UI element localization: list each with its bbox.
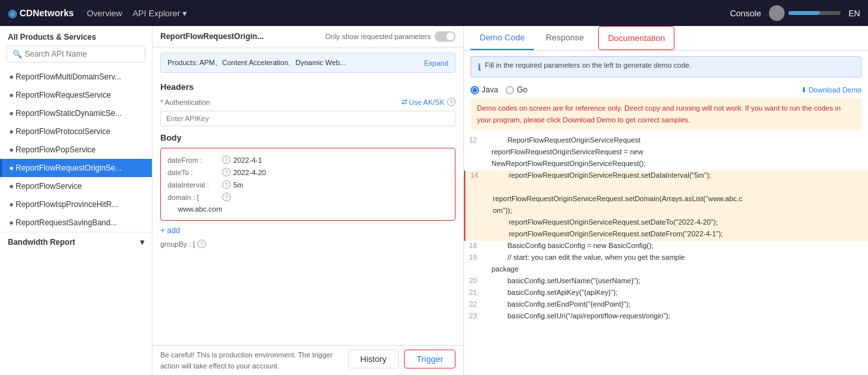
sidebar-item-0[interactable]: ReportFlowMultiDomainServ... <box>0 68 152 86</box>
code-text: om")); <box>485 206 868 217</box>
datainterval-value: 5m <box>233 181 243 189</box>
lang-switch[interactable]: EN <box>848 8 860 18</box>
tab-response[interactable]: Response <box>536 26 593 50</box>
code-line-18: 18 BasicConfig basicConfig = new BasicCo… <box>464 241 868 253</box>
line-num <box>464 148 484 158</box>
sidebar-item-8[interactable]: ReportRequestSavingBand... <box>0 214 152 232</box>
download-demo-label: Download Demo <box>809 86 861 94</box>
sidebar-item-label: ReportFlowRequestOriginSe... <box>16 163 122 173</box>
lang-options: Java Go <box>470 85 527 94</box>
code-line-cont1: reportFlowRequestOriginServiceRequest = … <box>464 147 868 159</box>
code-area[interactable]: 12 ReportFlowRequestOriginServiceRequest… <box>464 133 868 375</box>
bandwidth-report-section[interactable]: Bandwidth Report ▾ <box>0 232 152 252</box>
toggle-knob <box>446 33 454 40</box>
nav-api-explorer[interactable]: API Explorer ▾ <box>132 8 187 18</box>
sidebar-search-box[interactable]: 🔍 <box>7 46 145 62</box>
sidebar-item-2[interactable]: ReportFlowStaticDynamicSe... <box>0 104 152 122</box>
sidebar-item-7[interactable]: ReportFlowIspProvinceHitR... <box>0 195 152 214</box>
line-num <box>465 230 485 240</box>
code-text: reportFlowRequestOriginServiceRequest.se… <box>485 230 868 240</box>
brand-icon: ◉ <box>8 7 17 20</box>
dot-icon <box>10 94 13 97</box>
line-num <box>465 195 485 205</box>
code-text: basicConfig.setApiKey("{apiKey}"); <box>484 288 868 299</box>
go-radio[interactable] <box>506 86 514 94</box>
add-button[interactable]: + add <box>152 223 463 238</box>
dot-icon <box>10 167 13 170</box>
download-icon: ⬇ <box>801 86 807 94</box>
lang-row: Java Go ⬇ Download Demo <box>464 83 868 98</box>
apikey-input[interactable] <box>160 111 456 126</box>
dateto-value: 2022-4-20 <box>233 169 266 176</box>
tab-demo-code[interactable]: Demo Code <box>470 26 534 50</box>
code-line-h4: reportFlowRequestOriginServiceRequest.se… <box>464 217 868 229</box>
search-input[interactable] <box>25 49 139 59</box>
code-text: BasicConfig basicConfig = new BasicConfi… <box>484 242 868 252</box>
use-aksk-button[interactable]: ⇄ Use AK/SK <box>401 98 444 106</box>
code-text: basicConfig.setEndPoint("{endPoint}"); <box>484 300 868 311</box>
line-num <box>465 206 485 217</box>
auth-help-icon[interactable]: ? <box>447 98 456 106</box>
code-text: basicConfig.setUserName("{userName}"); <box>484 277 868 287</box>
dot-icon <box>10 221 13 225</box>
domain-row: domain : [ ? <box>167 191 448 203</box>
auth-input-row <box>160 111 456 126</box>
trigger-button[interactable]: Trigger <box>404 350 456 368</box>
download-demo-button[interactable]: ⬇ Download Demo <box>801 86 861 94</box>
console-label[interactable]: Console <box>730 8 761 18</box>
avatar <box>769 5 785 21</box>
tab-documentation[interactable]: Documentation <box>598 26 674 50</box>
dot-icon <box>10 112 13 115</box>
sidebar-item-1[interactable]: ReportFlowRequestService <box>0 86 152 104</box>
code-text: NewReportFlowRequestOriginServiceRequest… <box>484 160 868 170</box>
line-num: 22 <box>464 300 484 311</box>
line-num <box>464 265 484 275</box>
dateto-help-icon[interactable]: ? <box>222 168 231 176</box>
dot-icon <box>10 130 13 133</box>
dot-icon <box>10 76 13 79</box>
lang-go[interactable]: Go <box>506 85 527 94</box>
toggle-row: Only show requested parameters <box>325 31 456 42</box>
code-line-19: 19 // start: you can edit the value, whe… <box>464 253 868 264</box>
search-icon: 🔍 <box>12 49 22 59</box>
code-text: // start: you can edit the value, when y… <box>484 253 868 264</box>
sidebar-item-label: ReportFlowRequestService <box>16 90 111 100</box>
sidebar-item-4[interactable]: ReportFlowPopService <box>0 141 152 159</box>
code-line-20: 20 basicConfig.setUserName("{userName}")… <box>464 276 868 288</box>
info-text: Fill in the required parameters on the l… <box>485 61 691 69</box>
dot-icon <box>10 148 13 152</box>
line-num: 12 <box>464 136 484 146</box>
center-panel: ReportFlowRequestOrigin... Only show req… <box>152 26 464 375</box>
java-radio[interactable] <box>470 86 479 94</box>
sidebar-item-3[interactable]: ReportFlowProtocolService <box>0 122 152 141</box>
groupby-help-icon[interactable]: ? <box>197 240 206 248</box>
top-nav-right: Console EN <box>730 5 860 21</box>
datainterval-help-icon[interactable]: ? <box>222 180 231 189</box>
lang-java[interactable]: Java <box>470 85 498 94</box>
line-num: 21 <box>464 288 484 299</box>
toggle-switch[interactable] <box>435 31 456 42</box>
datefrom-help-icon[interactable]: ? <box>222 156 231 164</box>
expand-button[interactable]: Expand <box>424 59 448 67</box>
domain-help-icon[interactable]: ? <box>222 193 231 201</box>
code-line-pkg: package <box>464 264 868 276</box>
footer-buttons: History Trigger <box>348 350 456 368</box>
sidebar: All Products & Services 🔍 ReportFlowMult… <box>0 26 152 375</box>
code-text: reportFlowRequestOriginServiceRequest = … <box>484 148 868 158</box>
datainterval-row: dataInterval : ? 5m <box>167 178 448 191</box>
sidebar-item-5-active[interactable]: ReportFlowRequestOriginSe... <box>0 159 152 177</box>
history-button[interactable]: History <box>348 350 399 368</box>
center-footer: Be careful! This is production environme… <box>152 345 463 375</box>
code-line-14: 14 reportFlowRequestOriginServiceRequest… <box>464 171 868 182</box>
user-progress <box>788 11 841 15</box>
sidebar-item-label: ReportFlowIspProvinceHitR... <box>16 200 118 209</box>
line-num: 19 <box>464 253 484 264</box>
domain-value: www.abc.com <box>167 203 448 215</box>
nav-overview[interactable]: Overview <box>87 8 122 18</box>
info-icon: ℹ <box>478 62 481 72</box>
right-panel: Demo Code Response Documentation ℹ Fill … <box>464 26 868 375</box>
go-label: Go <box>517 85 527 94</box>
toggle-label: Only show requested parameters <box>325 33 431 40</box>
sidebar-item-6[interactable]: ReportFlowService <box>0 177 152 195</box>
groupby-row: groupBy : [ ? <box>152 238 463 250</box>
